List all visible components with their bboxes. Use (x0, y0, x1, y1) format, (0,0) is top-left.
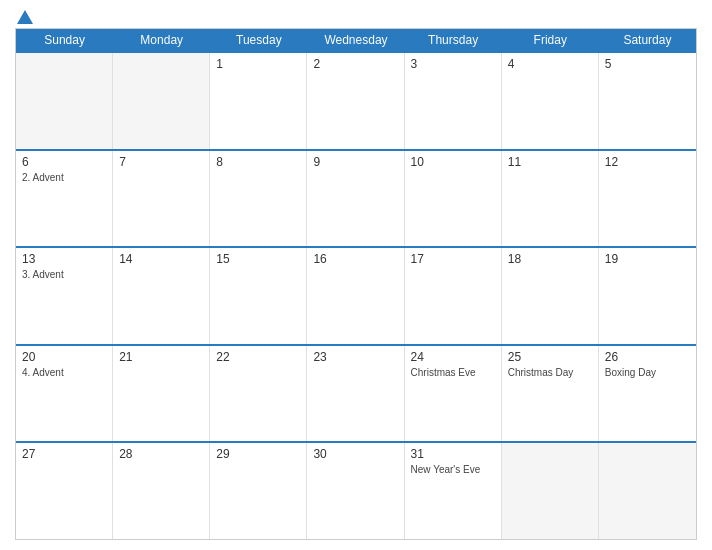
calendar-cell: 17 (405, 248, 502, 344)
week-row-2: 62. Advent789101112 (16, 149, 696, 247)
day-number: 1 (216, 57, 300, 71)
calendar-cell: 5 (599, 53, 696, 149)
day-number: 20 (22, 350, 106, 364)
day-number: 27 (22, 447, 106, 461)
event-label: Christmas Day (508, 366, 592, 379)
calendar-cell: 15 (210, 248, 307, 344)
day-header-tuesday: Tuesday (210, 29, 307, 51)
week-row-5: 2728293031New Year's Eve (16, 441, 696, 539)
day-number: 28 (119, 447, 203, 461)
calendar-cell: 19 (599, 248, 696, 344)
event-label: New Year's Eve (411, 463, 495, 476)
calendar-cell: 30 (307, 443, 404, 539)
day-header-monday: Monday (113, 29, 210, 51)
day-number: 31 (411, 447, 495, 461)
calendar-cell: 1 (210, 53, 307, 149)
calendar-body: 1234562. Advent789101112133. Advent14151… (16, 51, 696, 539)
calendar-cell: 7 (113, 151, 210, 247)
calendar-cell: 62. Advent (16, 151, 113, 247)
calendar-cell: 11 (502, 151, 599, 247)
week-row-4: 204. Advent21222324Christmas Eve25Christ… (16, 344, 696, 442)
calendar-cell: 204. Advent (16, 346, 113, 442)
day-number: 25 (508, 350, 592, 364)
calendar-cell: 3 (405, 53, 502, 149)
calendar-cell: 22 (210, 346, 307, 442)
calendar-cell: 14 (113, 248, 210, 344)
event-label: 3. Advent (22, 268, 106, 281)
day-number: 6 (22, 155, 106, 169)
logo-triangle-icon (17, 10, 33, 24)
calendar-cell (113, 53, 210, 149)
day-number: 30 (313, 447, 397, 461)
day-number: 11 (508, 155, 592, 169)
calendar-cell: 25Christmas Day (502, 346, 599, 442)
calendar-cell: 12 (599, 151, 696, 247)
calendar-cell (16, 53, 113, 149)
logo (15, 10, 33, 22)
calendar-cell: 21 (113, 346, 210, 442)
day-number: 21 (119, 350, 203, 364)
calendar-page: SundayMondayTuesdayWednesdayThursdayFrid… (0, 0, 712, 550)
day-number: 3 (411, 57, 495, 71)
calendar: SundayMondayTuesdayWednesdayThursdayFrid… (15, 28, 697, 540)
day-header-friday: Friday (502, 29, 599, 51)
calendar-cell: 23 (307, 346, 404, 442)
day-header-sunday: Sunday (16, 29, 113, 51)
calendar-cell: 27 (16, 443, 113, 539)
day-number: 22 (216, 350, 300, 364)
calendar-header: SundayMondayTuesdayWednesdayThursdayFrid… (16, 29, 696, 51)
day-header-saturday: Saturday (599, 29, 696, 51)
day-number: 10 (411, 155, 495, 169)
day-number: 24 (411, 350, 495, 364)
calendar-cell: 10 (405, 151, 502, 247)
day-number: 4 (508, 57, 592, 71)
day-number: 7 (119, 155, 203, 169)
calendar-cell: 18 (502, 248, 599, 344)
day-number: 13 (22, 252, 106, 266)
week-row-1: 12345 (16, 51, 696, 149)
event-label: Boxing Day (605, 366, 690, 379)
calendar-cell: 28 (113, 443, 210, 539)
calendar-cell: 16 (307, 248, 404, 344)
day-number: 17 (411, 252, 495, 266)
day-number: 2 (313, 57, 397, 71)
day-number: 19 (605, 252, 690, 266)
day-number: 26 (605, 350, 690, 364)
calendar-cell: 9 (307, 151, 404, 247)
day-header-wednesday: Wednesday (307, 29, 404, 51)
event-label: 2. Advent (22, 171, 106, 184)
calendar-cell: 4 (502, 53, 599, 149)
page-header (15, 10, 697, 22)
calendar-cell: 8 (210, 151, 307, 247)
calendar-cell (502, 443, 599, 539)
calendar-cell: 2 (307, 53, 404, 149)
day-number: 14 (119, 252, 203, 266)
day-number: 18 (508, 252, 592, 266)
event-label: Christmas Eve (411, 366, 495, 379)
calendar-cell: 31New Year's Eve (405, 443, 502, 539)
day-number: 29 (216, 447, 300, 461)
calendar-cell: 24Christmas Eve (405, 346, 502, 442)
day-header-thursday: Thursday (405, 29, 502, 51)
event-label: 4. Advent (22, 366, 106, 379)
calendar-cell (599, 443, 696, 539)
week-row-3: 133. Advent141516171819 (16, 246, 696, 344)
day-number: 23 (313, 350, 397, 364)
calendar-cell: 29 (210, 443, 307, 539)
day-number: 15 (216, 252, 300, 266)
day-number: 12 (605, 155, 690, 169)
calendar-cell: 133. Advent (16, 248, 113, 344)
day-number: 8 (216, 155, 300, 169)
day-number: 16 (313, 252, 397, 266)
day-number: 5 (605, 57, 690, 71)
day-number: 9 (313, 155, 397, 169)
calendar-cell: 26Boxing Day (599, 346, 696, 442)
